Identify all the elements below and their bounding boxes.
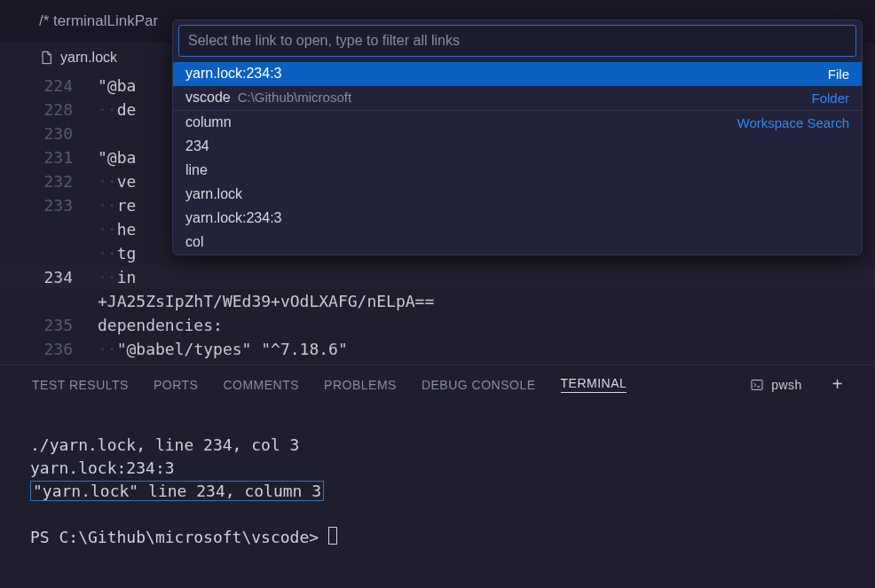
terminal-profile-label: pwsh (771, 378, 802, 392)
terminal-detected-link[interactable]: "yarn.lock" line 234, column 3 (30, 481, 324, 501)
svg-rect-0 (752, 380, 762, 389)
code-line[interactable]: 235dependencies: (0, 313, 875, 337)
line-number: 235 (0, 313, 98, 337)
quick-pick-item-label: 234 (185, 138, 209, 154)
tab-label: /* terminalLinkPar (39, 12, 158, 30)
quick-pick-item-label: yarn.lock:234:3 (185, 210, 282, 226)
quick-pick-item-kind: Folder (811, 90, 849, 106)
quick-pick-input-wrap (173, 20, 862, 62)
quick-pick-item-label: line (185, 162, 208, 178)
quick-pick-input[interactable] (178, 25, 856, 57)
code-text: ··in (98, 265, 875, 289)
quick-pick-item-label: col (185, 234, 203, 250)
quick-pick-item[interactable]: columnWorkspace Search (173, 111, 862, 135)
quick-pick-item-kind: File (828, 67, 849, 82)
code-text: dependencies: (98, 313, 875, 337)
terminal-icon (750, 378, 764, 392)
code-line[interactable]: +JA25ZsIpZhT/WEd39+vOdLXAFG/nELpA== (0, 289, 875, 313)
quick-pick-item[interactable]: yarn.lock (173, 183, 862, 207)
line-number: 233 (0, 193, 98, 217)
line-number: 234 (0, 265, 98, 289)
quick-pick-item-label: yarn.lock:234:3 (185, 66, 282, 82)
editor-tab[interactable]: /* terminalLinkPar (28, 0, 169, 43)
quick-pick-item[interactable]: yarn.lock:234:3File (173, 62, 862, 86)
terminal-line (30, 503, 875, 526)
file-icon (39, 51, 53, 65)
panel-tab-comments[interactable]: COMMENTS (223, 378, 299, 392)
quick-pick: yarn.lock:234:3FilevscodeC:\Github\micro… (172, 20, 863, 255)
line-number: 236 (0, 337, 98, 361)
panel-tab-problems[interactable]: PROBLEMS (324, 378, 397, 392)
quick-pick-item[interactable]: vscodeC:\Github\microsoftFolder (173, 86, 862, 110)
panel-tab-debug-console[interactable]: DEBUG CONSOLE (422, 378, 536, 392)
terminal-profile-selector[interactable]: pwsh (750, 378, 802, 392)
quick-pick-item-label: vscode (185, 90, 231, 106)
quick-pick-item[interactable]: yarn.lock:234:3 (173, 207, 862, 231)
panel-tab-ports[interactable]: PORTS (154, 378, 198, 392)
quick-pick-item[interactable]: line (173, 159, 862, 183)
panel-tab-bar: TEST RESULTS PORTS COMMENTS PROBLEMS DEB… (0, 365, 875, 404)
terminal-line: ./yarn.lock, line 234, col 3 (30, 434, 875, 457)
code-text: ··"@babel/types" "^7.18.6" (98, 337, 875, 361)
line-number: 231 (0, 145, 98, 169)
terminal-line: yarn.lock:234:3 (30, 457, 875, 480)
panel-tab-test-results[interactable]: TEST RESULTS (32, 378, 129, 392)
terminal-view[interactable]: ./yarn.lock, line 234, col 3yarn.lock:23… (0, 404, 875, 549)
terminal-prompt[interactable]: PS C:\Github\microsoft\vscode> (30, 526, 875, 549)
terminal-line: "yarn.lock" line 234, column 3 (30, 480, 875, 503)
line-number: 230 (0, 122, 98, 145)
quick-pick-item-label: column (185, 114, 232, 130)
code-text: +JA25ZsIpZhT/WEd39+vOdLXAFG/nELpA== (98, 289, 875, 313)
terminal-cursor (328, 527, 337, 545)
quick-pick-item-kind: Workspace Search (737, 115, 849, 130)
code-line[interactable]: 236··"@babel/types" "^7.18.6" (0, 337, 875, 361)
quick-pick-item[interactable]: col (173, 231, 862, 255)
line-number: 232 (0, 169, 98, 193)
line-number: 228 (0, 98, 98, 122)
quick-pick-item-label: yarn.lock (185, 186, 242, 202)
panel-tab-terminal[interactable]: TERMINAL (561, 376, 627, 393)
line-number: 224 (0, 74, 98, 98)
quick-pick-item-detail: C:\Github\microsoft (238, 90, 351, 105)
quick-pick-item[interactable]: 234 (173, 135, 862, 159)
code-line[interactable]: 234··in (0, 265, 875, 289)
quick-pick-list: yarn.lock:234:3FilevscodeC:\Github\micro… (173, 62, 862, 255)
new-terminal-button[interactable]: + (827, 374, 843, 395)
breadcrumb-file[interactable]: yarn.lock (60, 50, 117, 66)
